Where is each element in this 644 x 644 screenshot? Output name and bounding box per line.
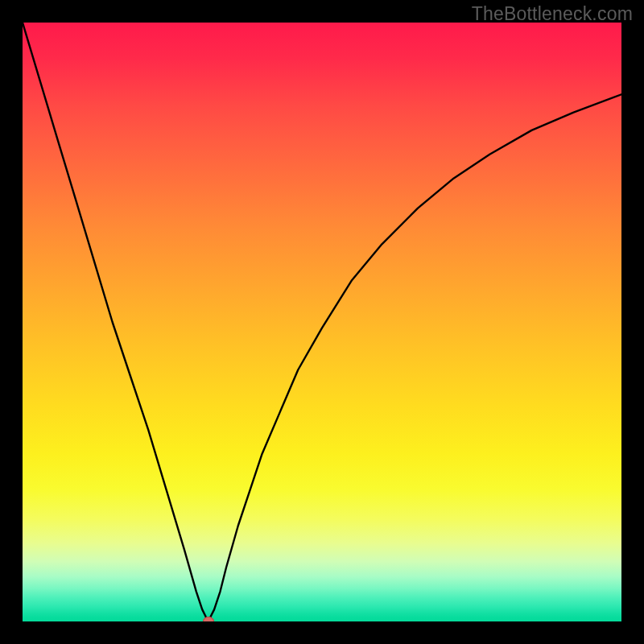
optimal-point-marker <box>203 617 214 621</box>
chart-frame: TheBottleneck.com <box>0 0 644 644</box>
bottleneck-curve <box>23 23 621 621</box>
plot-area <box>23 23 621 621</box>
watermark-text: TheBottleneck.com <box>472 3 633 25</box>
